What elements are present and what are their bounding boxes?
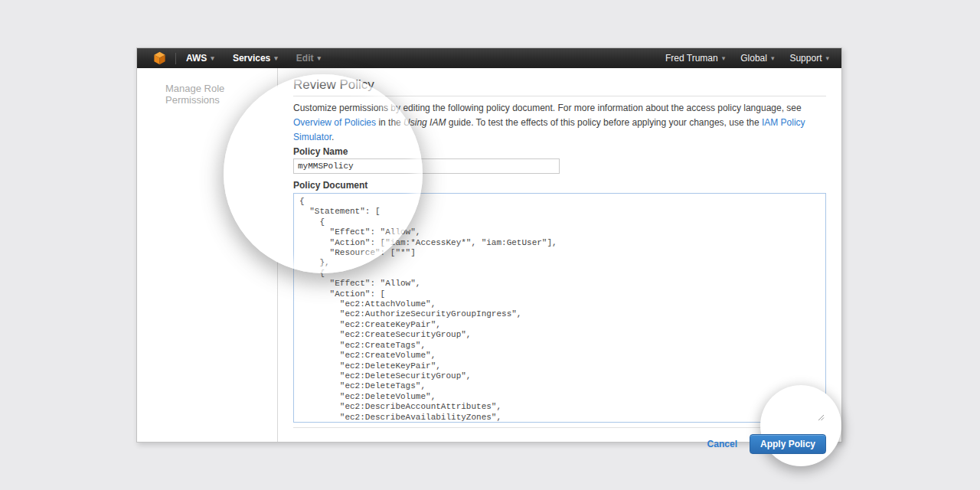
chevron-down-icon: ▾ [722,55,726,62]
sidebar: Manage Role Permissions [137,68,278,442]
chevron-down-icon: ▾ [317,55,321,62]
nav-menu-label: AWS [186,53,207,64]
sidebar-divider [277,262,278,442]
nav-menu-label: Fred Truman [665,53,718,64]
page-title: Review Policy [293,77,826,92]
description-part: Customize permissions by editing the fol… [293,103,802,113]
sidebar-divider [277,68,278,87]
aws-logo-icon[interactable] [152,51,167,66]
nav-menu-label: Edit [296,53,314,64]
policy-name-input[interactable] [293,158,560,174]
resize-grip-icon[interactable] [818,414,825,421]
nav-menu-services[interactable]: Services ▾ [233,53,278,64]
description-part: . [332,132,334,142]
nav-menu-label: Support [789,53,822,64]
aws-console-window: AWS ▾ Services ▾ Edit ▾ Fred Truman ▾ Gl… [136,47,842,443]
description-part: in the [376,117,403,128]
nav-menu-edit[interactable]: Edit ▾ [296,53,321,64]
chevron-down-icon: ▾ [825,55,829,62]
sidebar-step-title: Manage Role Permissions [137,68,278,106]
top-nav-bar: AWS ▾ Services ▾ Edit ▾ Fred Truman ▾ Gl… [137,48,841,68]
description-text: Customize permissions by editing the fol… [293,101,826,145]
policy-document-text: { "Statement": [ { "Effect": "Allow", "A… [299,197,820,423]
chevron-down-icon: ▾ [274,55,278,62]
page-background: AWS ▾ Services ▾ Edit ▾ Fred Truman ▾ Gl… [0,0,980,490]
footer-actions: Cancel Apply Policy [293,434,826,454]
chevron-down-icon: ▾ [211,55,214,62]
nav-menu-aws[interactable]: AWS ▾ [186,53,214,64]
chevron-down-icon: ▾ [771,55,775,62]
description-part: guide. To test the effects of this polic… [446,117,761,128]
policy-name-label: Policy Name [293,146,826,157]
nav-divider [175,53,176,64]
main-panel: Review Policy Customize permissions by e… [278,68,841,442]
nav-right-group: Fred Truman ▾ Global ▾ Support ▾ [665,53,829,64]
footer-divider [293,427,826,428]
apply-policy-button[interactable]: Apply Policy [750,434,826,454]
title-divider [293,96,826,96]
policy-document-label: Policy Document [293,180,826,191]
nav-menu-region[interactable]: Global ▾ [740,53,774,64]
cancel-button[interactable]: Cancel [707,439,737,449]
policy-document-textarea[interactable]: { "Statement": [ { "Effect": "Allow", "A… [293,193,826,423]
nav-menu-account[interactable]: Fred Truman ▾ [665,53,725,64]
nav-menu-support[interactable]: Support ▾ [789,53,829,64]
nav-menu-label: Services [233,53,270,64]
overview-of-policies-link[interactable]: Overview of Policies [293,117,376,128]
nav-menu-label: Global [740,53,767,64]
using-iam-emphasis: Using IAM [403,117,446,128]
